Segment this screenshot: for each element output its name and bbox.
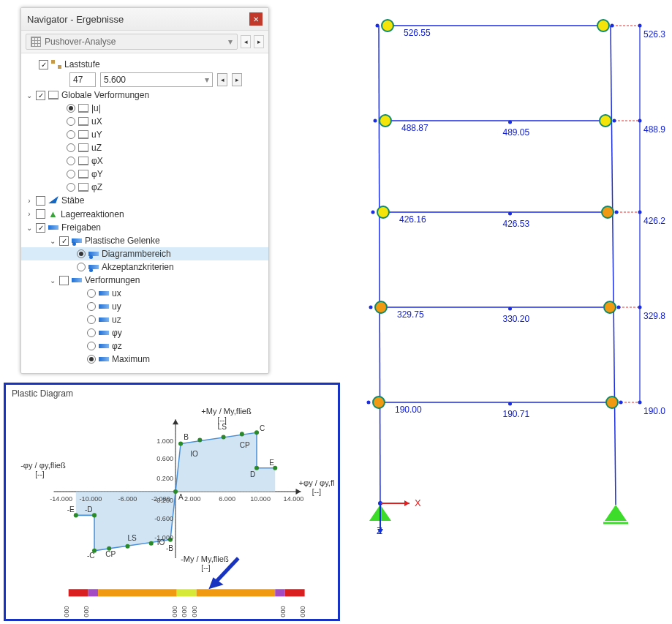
globale-radio[interactable] [67, 104, 75, 113]
svg-point-134 [606, 396, 618, 408]
svg-text:-E: -E [67, 505, 75, 514]
svg-text:426.53: 426.53 [503, 219, 530, 229]
globale-radio[interactable] [67, 170, 75, 178]
verformungen-checkbox[interactable] [59, 276, 69, 285]
svg-text:IO: IO [190, 450, 198, 458]
svg-text:[--]: [--] [201, 564, 211, 572]
akzeptanz-label: Akzeptanzkriterien [102, 262, 174, 272]
svg-text:-10.000: -10.000 [80, 495, 102, 503]
laststufe-value[interactable]: 5.600▾ [100, 72, 213, 87]
verf-radio[interactable] [87, 328, 96, 337]
verf-item-label: φy [112, 328, 122, 338]
analysis-dropdown[interactable]: Pushover-Analyse ▾ [26, 34, 238, 50]
svg-text:1.000: 1.000 [191, 606, 198, 617]
release-icon [99, 357, 109, 361]
plast-checkbox[interactable] [59, 236, 69, 246]
verf-radio[interactable] [87, 315, 96, 324]
hinge-icon [72, 238, 82, 243]
svg-text:X: X [415, 497, 421, 508]
caret-icon[interactable]: › [26, 197, 33, 205]
svg-rect-61 [177, 589, 197, 596]
deform-icon [78, 130, 88, 139]
svg-text:Z: Z [377, 525, 382, 534]
caret-icon[interactable]: ⌄ [26, 224, 33, 232]
verf-radio[interactable] [87, 342, 96, 350]
svg-text:526.37: 526.37 [643, 29, 665, 40]
svg-text:-0.600: -0.600 [154, 515, 173, 522]
globale-radio[interactable] [67, 157, 75, 165]
svg-point-93 [508, 121, 512, 124]
verf-radio[interactable] [87, 289, 96, 298]
verformungen-label: Verformungen [85, 275, 140, 285]
grid-icon [31, 37, 41, 47]
caret-icon[interactable]: ⌄ [26, 91, 33, 99]
svg-point-120 [375, 301, 387, 313]
svg-point-95 [600, 115, 611, 127]
svg-point-13 [178, 441, 183, 446]
svg-text:190.00: 190.00 [395, 405, 422, 415]
laststufe-next[interactable]: ▸ [232, 73, 242, 86]
svg-point-22 [125, 544, 129, 549]
svg-point-81 [638, 24, 642, 28]
close-icon[interactable]: ✕ [249, 12, 263, 26]
laststufe-prev[interactable]: ◂ [217, 73, 227, 86]
lager-checkbox[interactable] [36, 209, 45, 219]
verf-item-label: ux [112, 288, 121, 298]
svg-point-80 [611, 24, 614, 28]
globale-item-label: uX [91, 116, 102, 127]
svg-text:330.20: 330.20 [503, 314, 530, 324]
globale-radio[interactable] [67, 130, 75, 139]
prev-button[interactable]: ◂ [241, 35, 251, 48]
globale-radio[interactable] [67, 117, 75, 126]
next-button[interactable]: ▸ [254, 35, 264, 48]
caret-icon[interactable]: ⌄ [49, 237, 56, 245]
svg-point-130 [619, 401, 623, 405]
analysis-toolbar: Pushover-Analyse ▾ ◂ ▸ [21, 31, 268, 53]
globale-item-label: uY [91, 129, 102, 140]
freigaben-checkbox[interactable] [36, 223, 45, 233]
laststufe-label: Laststufe [64, 59, 100, 69]
laststufe-stepper: 47 5.600▾ ◂ ▸ [21, 71, 268, 89]
svg-text:329.84: 329.84 [643, 311, 665, 321]
svg-point-106 [508, 212, 512, 216]
svg-point-25 [92, 513, 97, 517]
svg-text:489.05: 489.05 [503, 127, 530, 138]
deform-icon [78, 117, 88, 126]
globale-radio[interactable] [67, 183, 75, 192]
svg-text:B: B [184, 433, 189, 441]
x-pos-label: +φy / φy,fließ [299, 478, 334, 487]
svg-text:0.000: 0.000 [181, 606, 188, 617]
globale-item-label: φY [91, 169, 103, 179]
verf-item-label: φz [112, 341, 122, 351]
akzeptanz-radio[interactable] [77, 263, 86, 271]
svg-text:329.75: 329.75 [397, 309, 424, 320]
globale-radio[interactable] [67, 143, 75, 152]
svg-text:-C: -C [87, 552, 95, 560]
hinge-icon [88, 252, 99, 256]
release-icon [72, 278, 82, 282]
svg-point-121 [604, 301, 616, 313]
verf-radio[interactable] [87, 302, 96, 311]
laststufe-number[interactable]: 47 [69, 72, 96, 87]
svg-point-108 [602, 206, 614, 218]
release-icon [99, 304, 109, 309]
caret-icon[interactable]: › [26, 210, 33, 218]
stabe-checkbox[interactable] [36, 196, 45, 206]
diagrammbereich-radio[interactable] [77, 249, 86, 258]
globale-item-label: uZ [91, 143, 102, 153]
svg-rect-62 [197, 589, 276, 596]
svg-marker-9 [173, 419, 178, 424]
support-icon: ▲ [48, 208, 58, 219]
verf-radio[interactable] [87, 355, 96, 364]
svg-rect-58 [69, 589, 88, 596]
laststufe-checkbox[interactable] [39, 60, 48, 69]
svg-point-94 [380, 115, 391, 127]
lager-label: Lagerreaktionen [61, 209, 124, 219]
caret-icon[interactable]: ⌄ [49, 277, 56, 285]
globale-checkbox[interactable] [36, 91, 45, 100]
deform-icon [78, 143, 88, 152]
svg-text:-10.000: -10.000 [83, 606, 90, 617]
structural-model-view[interactable]: 526.55526.37488.87489.05488.95426.16426.… [351, 7, 665, 534]
plast-label: Plastische Gelenke [85, 236, 160, 246]
svg-point-105 [638, 211, 642, 214]
